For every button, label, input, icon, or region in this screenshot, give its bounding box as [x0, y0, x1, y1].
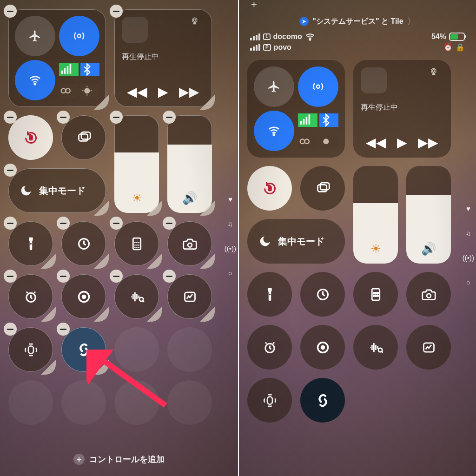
stocks-button[interactable] [167, 274, 212, 319]
remove-badge[interactable] [57, 323, 70, 336]
svg-rect-32 [28, 346, 33, 354]
media-state-label: 再生停止中 [122, 52, 205, 62]
heart-icon: ♥ [466, 205, 470, 212]
rotation-lock-status-icon: 🔒 [456, 43, 465, 52]
volume-slider[interactable]: 🔊 [406, 166, 451, 264]
remove-badge[interactable] [110, 111, 123, 124]
rewind-button[interactable]: ◀◀ [366, 135, 386, 150]
remove-badge[interactable] [163, 217, 176, 230]
alarm-button[interactable] [247, 325, 292, 370]
focus-tile[interactable]: 集中モード [247, 219, 345, 264]
remove-badge[interactable] [57, 270, 70, 283]
sound-recognition-button[interactable] [353, 325, 398, 370]
calculator-button[interactable] [114, 221, 159, 266]
camera-button[interactable] [406, 272, 451, 317]
ping-watch-button[interactable] [8, 327, 53, 372]
remove-badge[interactable] [4, 217, 17, 230]
satellite-icon [319, 135, 339, 148]
calculator-button[interactable] [353, 272, 398, 317]
chevron-right-icon: 〉 [407, 16, 416, 27]
empty-slot[interactable] [8, 380, 53, 425]
svg-point-18 [136, 242, 138, 243]
connectivity-more[interactable] [59, 60, 99, 100]
remove-badge[interactable] [4, 323, 17, 336]
artwork-placeholder [122, 17, 148, 43]
svg-point-10 [193, 19, 196, 21]
wifi-toggle[interactable] [15, 60, 55, 100]
media-tile[interactable]: 再生停止中 ◀◀ ▶ ▶▶ [114, 9, 212, 107]
remove-badge[interactable] [163, 111, 176, 124]
shazam-button[interactable] [300, 378, 345, 423]
sound-recognition-button[interactable] [114, 274, 159, 319]
svg-point-19 [138, 242, 139, 243]
empty-slot[interactable] [167, 380, 212, 425]
rewind-button[interactable]: ◀◀ [127, 84, 147, 99]
wifi-toggle[interactable] [254, 111, 294, 151]
airdrop-toggle[interactable] [298, 66, 338, 107]
music-icon: ♫ [466, 229, 471, 237]
carrier2-label: povo [274, 43, 291, 52]
airplane-toggle[interactable] [15, 16, 55, 56]
play-button[interactable]: ▶ [397, 135, 407, 150]
svg-point-25 [138, 247, 139, 248]
plus-icon: ＋ [73, 454, 85, 465]
empty-slot[interactable] [114, 327, 159, 372]
connectivity-tile[interactable] [247, 60, 345, 158]
connectivity-more[interactable] [298, 111, 338, 151]
svg-point-35 [317, 85, 320, 88]
empty-slot[interactable] [61, 380, 106, 425]
empty-slot[interactable] [114, 380, 159, 425]
remove-badge[interactable] [4, 270, 17, 283]
remove-badge[interactable] [57, 111, 70, 124]
airplane-toggle[interactable] [254, 66, 294, 107]
brightness-slider[interactable]: ☀ [114, 115, 159, 213]
media-tile[interactable]: 再生停止中 ◀◀▶▶▶ [353, 60, 451, 158]
brightness-slider[interactable]: ☀ [353, 166, 398, 264]
remove-badge[interactable] [110, 217, 123, 230]
play-button[interactable]: ▶ [158, 84, 168, 99]
rotation-lock-button[interactable] [8, 115, 53, 160]
airplay-icon[interactable] [191, 17, 205, 31]
artwork-placeholder [361, 67, 387, 93]
camera-button[interactable] [167, 221, 212, 266]
alarm-button[interactable] [8, 274, 53, 319]
screen-record-button[interactable] [61, 274, 106, 319]
flashlight-button[interactable] [247, 272, 292, 317]
rotation-lock-button[interactable] [247, 166, 292, 211]
wifi-status-icon [305, 32, 315, 42]
forward-button[interactable]: ▶▶ [418, 135, 438, 150]
add-controls-button[interactable]: ＋ コントロールを追加 [0, 454, 238, 465]
svg-point-8 [84, 88, 90, 93]
timer-button[interactable] [61, 221, 106, 266]
connectivity-tile[interactable] [8, 9, 106, 107]
volume-slider[interactable]: 🔊 [167, 115, 212, 213]
timer-button[interactable] [300, 272, 345, 317]
remove-badge[interactable] [4, 164, 17, 177]
screen-mirroring-button[interactable] [300, 166, 345, 211]
remove-badge[interactable] [4, 5, 17, 18]
sim2-label: P [263, 44, 271, 51]
airplay-icon[interactable] [430, 67, 443, 81]
remove-badge[interactable] [4, 111, 17, 124]
focus-tile[interactable]: 集中モード [8, 168, 106, 213]
location-status[interactable]: ➤ "システムサービス" と Tile 〉 [247, 16, 468, 27]
svg-point-42 [304, 139, 309, 144]
remove-badge[interactable] [110, 5, 123, 18]
hotspot-icon [59, 84, 79, 98]
flashlight-button[interactable] [8, 221, 53, 266]
remove-badge[interactable] [110, 270, 123, 283]
shazam-button[interactable] [61, 327, 106, 372]
speaker-icon: 🔊 [182, 191, 197, 205]
empty-slot[interactable] [167, 327, 212, 372]
svg-point-34 [309, 39, 311, 40]
stocks-button[interactable] [406, 325, 451, 370]
control-center-edit-mode: 再生停止中 ◀◀ ▶ ▶▶ 集中モード [0, 0, 238, 476]
screen-record-button[interactable] [300, 325, 345, 370]
screen-mirroring-button[interactable] [61, 115, 106, 160]
ping-watch-button[interactable] [247, 378, 292, 423]
remove-badge[interactable] [57, 217, 70, 230]
remove-badge[interactable] [163, 270, 176, 283]
battery-label: 54% [431, 33, 446, 41]
airdrop-toggle[interactable] [59, 16, 99, 56]
forward-button[interactable]: ▶▶ [179, 84, 199, 99]
